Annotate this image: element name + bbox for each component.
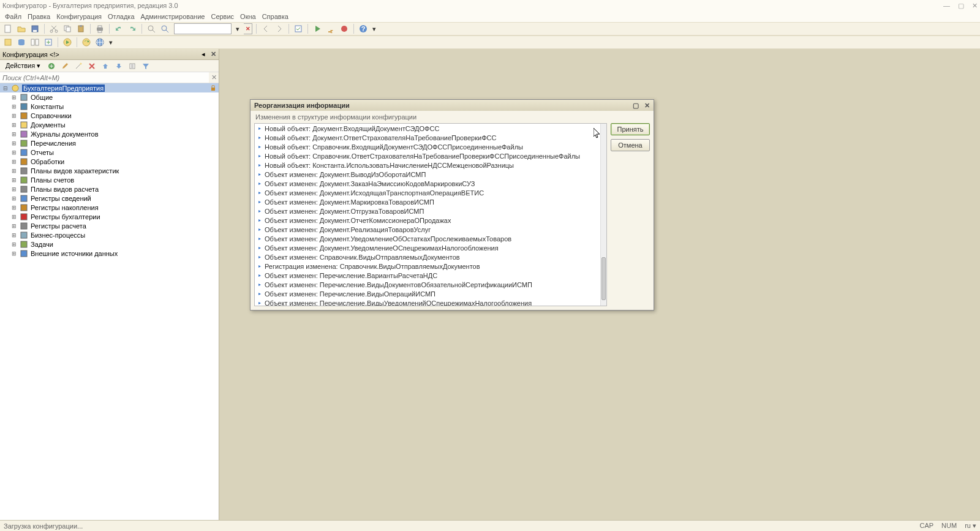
panel-pin-icon[interactable]: ◂	[202, 50, 205, 58]
change-item[interactable]: Новый объект: Константа.ИспользоватьНачи…	[255, 160, 606, 170]
collapse-icon[interactable]: ⊟	[2, 85, 9, 91]
tree-item[interactable]: ⊞Задачи	[0, 239, 219, 249]
expand-icon[interactable]: ⊞	[11, 250, 17, 257]
tree-item[interactable]: ⊞Документы	[0, 120, 219, 129]
expand-icon[interactable]: ⊞	[11, 205, 17, 211]
change-item[interactable]: Объект изменен: Перечисление.ВидыДокумен…	[255, 280, 606, 289]
expand-icon[interactable]: ⊞	[11, 131, 17, 137]
debug-step-icon[interactable]	[325, 23, 336, 34]
tree-item[interactable]: ⊞Бизнес-процессы	[0, 230, 219, 239]
update-config-icon[interactable]	[43, 37, 54, 48]
menu-debug[interactable]: Отладка	[108, 13, 134, 20]
tree-item[interactable]: ⊞Регистры накопления	[0, 203, 219, 212]
configuration-tree[interactable]: ⊟ БухгалтерияПредприятия ⊞Общие⊞Констант…	[0, 83, 219, 520]
expand-icon[interactable]: ⊞	[11, 122, 17, 128]
dialog-titlebar[interactable]: Реорганизация информации ▢ ✕	[251, 100, 654, 111]
expand-icon[interactable]: ⊞	[11, 159, 17, 165]
expand-icon[interactable]: ⊞	[11, 168, 17, 174]
change-item[interactable]: Регистрация изменена: Справочник.ВидыОтп…	[255, 262, 606, 271]
tree-item[interactable]: ⊞Журналы документов	[0, 129, 219, 138]
change-item[interactable]: Объект изменен: Документ.ИсходящаяТрансп…	[255, 188, 606, 197]
expand-icon[interactable]: ⊞	[11, 113, 17, 119]
tree-root[interactable]: ⊟ БухгалтерияПредприятия	[0, 83, 219, 92]
menu-edit[interactable]: Правка	[28, 13, 50, 20]
menu-service[interactable]: Сервис	[211, 13, 234, 20]
debug-start-icon[interactable]	[312, 23, 323, 34]
add-icon[interactable]	[46, 61, 57, 72]
change-item[interactable]: Объект изменен: Документ.ОтгрузкаТоваров…	[255, 206, 606, 216]
tree-item[interactable]: ⊞Регистры сведений	[0, 194, 219, 203]
tree-item[interactable]: ⊞Обработки	[0, 157, 219, 166]
change-item[interactable]: Объект изменен: Документ.УведомлениеОбОс…	[255, 234, 606, 243]
save-icon[interactable]	[29, 23, 40, 34]
change-item[interactable]: Объект изменен: Перечисление.ВариантыРас…	[255, 271, 606, 280]
zoom-icon[interactable]	[159, 23, 170, 34]
menu-windows[interactable]: Окна	[240, 13, 256, 20]
expand-icon[interactable]: ⊞	[11, 186, 17, 192]
redo-icon[interactable]	[127, 23, 138, 34]
tree-item[interactable]: ⊞Планы счетов	[0, 175, 219, 184]
open-icon[interactable]	[16, 23, 27, 34]
change-item[interactable]: Объект изменен: Документ.МаркировкаТовар…	[255, 197, 606, 206]
tree-item[interactable]: ⊞Справочники	[0, 111, 219, 120]
dialog-maximize-icon[interactable]: ▢	[633, 102, 639, 109]
move-down-icon[interactable]	[113, 61, 124, 72]
tree-item[interactable]: ⊞Перечисления	[0, 138, 219, 148]
help-dropdown-icon[interactable]: ▾	[371, 23, 377, 34]
changes-list[interactable]: Новый объект: Документ.ВходящийДокументС…	[254, 123, 607, 306]
db-config-icon[interactable]	[16, 37, 27, 48]
sort-icon[interactable]	[127, 61, 138, 72]
open-config-icon[interactable]	[2, 37, 13, 48]
move-up-icon[interactable]	[100, 61, 111, 72]
run-enterprise-icon[interactable]	[62, 37, 73, 48]
expand-icon[interactable]: ⊞	[11, 214, 17, 220]
expand-icon[interactable]: ⊞	[11, 232, 17, 238]
change-item[interactable]: Новый объект: Справочник.ВходящийДокумен…	[255, 142, 606, 151]
refresh-icon[interactable]	[81, 37, 92, 48]
search-clear-icon[interactable]: ✕	[244, 23, 252, 34]
change-item[interactable]: Новый объект: Справочник.ОтветСтраховате…	[255, 151, 606, 160]
compare-icon[interactable]	[29, 37, 40, 48]
tree-item[interactable]: ⊞Регистры расчета	[0, 221, 219, 230]
print-icon[interactable]	[94, 23, 105, 34]
paste-icon[interactable]	[75, 23, 86, 34]
search-dropdown-icon[interactable]: ▾	[234, 23, 241, 34]
cut-icon[interactable]	[48, 23, 59, 34]
expand-icon[interactable]: ⊞	[11, 140, 17, 146]
debug-break-icon[interactable]	[339, 23, 350, 34]
change-item[interactable]: Объект изменен: Перечисление.ВидыОпераци…	[255, 289, 606, 298]
undo-icon[interactable]	[113, 23, 124, 34]
expand-icon[interactable]: ⊞	[11, 195, 17, 201]
minimize-button[interactable]: —	[943, 2, 950, 9]
menu-file[interactable]: Файл	[5, 13, 21, 20]
globe-dropdown-icon[interactable]: ▾	[108, 37, 114, 48]
maximize-button[interactable]: ▢	[958, 2, 964, 9]
search-input[interactable]	[174, 23, 232, 34]
close-button[interactable]: ✕	[972, 2, 978, 9]
change-item[interactable]: Объект изменен: Справочник.ВидыОтправляе…	[255, 252, 606, 262]
menu-help[interactable]: Справка	[262, 13, 288, 20]
new-icon[interactable]	[2, 23, 13, 34]
scrollbar-thumb[interactable]	[601, 257, 606, 300]
syntax-check-icon[interactable]	[293, 23, 304, 34]
change-item[interactable]: Объект изменен: Документ.РеализацияТовар…	[255, 225, 606, 234]
change-item[interactable]: Новый объект: Документ.ОтветСтрахователя…	[255, 133, 606, 142]
expand-icon[interactable]: ⊞	[11, 177, 17, 183]
expand-icon[interactable]: ⊞	[11, 223, 17, 229]
change-item[interactable]: Объект изменен: Документ.ОтчетКомиссионе…	[255, 216, 606, 225]
accept-button[interactable]: Принять	[611, 123, 650, 135]
menu-administration[interactable]: Администрирование	[141, 13, 205, 20]
change-item[interactable]: Новый объект: Документ.ВходящийДокументС…	[255, 124, 606, 133]
panel-close-icon[interactable]: ✕	[211, 50, 216, 58]
menu-configuration[interactable]: Конфигурация	[56, 13, 102, 20]
tree-item[interactable]: ⊞Регистры бухгалтерии	[0, 212, 219, 221]
filter-icon[interactable]	[140, 61, 151, 72]
expand-icon[interactable]: ⊞	[11, 104, 17, 110]
tree-item[interactable]: ⊞Планы видов расчета	[0, 184, 219, 194]
expand-icon[interactable]: ⊞	[11, 149, 17, 156]
change-item[interactable]: Объект изменен: Документ.УведомлениеОСпе…	[255, 243, 606, 252]
find-icon[interactable]	[146, 23, 157, 34]
tree-item[interactable]: ⊞Константы	[0, 102, 219, 111]
panel-search-clear-icon[interactable]: ✕	[209, 72, 219, 83]
prev-icon[interactable]	[260, 23, 271, 34]
